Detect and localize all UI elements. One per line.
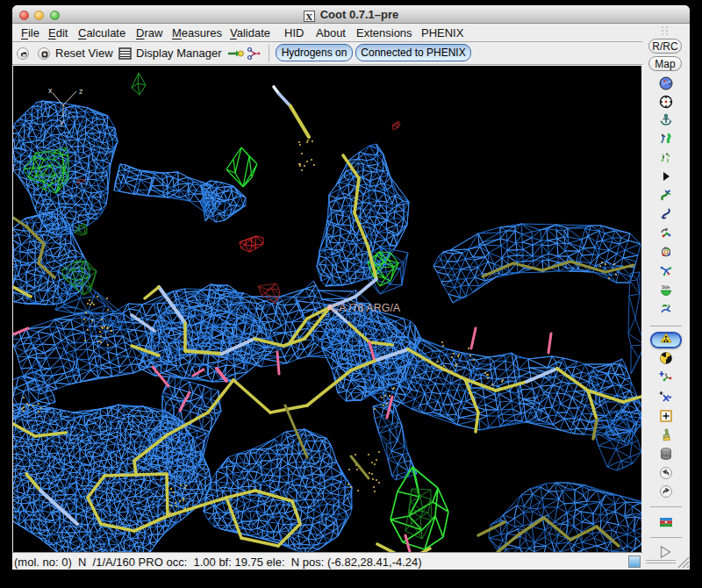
svg-text:x: x	[48, 86, 53, 95]
svg-text:y: y	[60, 118, 64, 126]
svg-text:CA /76 ARG/A: CA /76 ARG/A	[331, 302, 401, 314]
svg-text:z: z	[79, 87, 83, 96]
svg-text:Side: Side	[662, 285, 670, 290]
